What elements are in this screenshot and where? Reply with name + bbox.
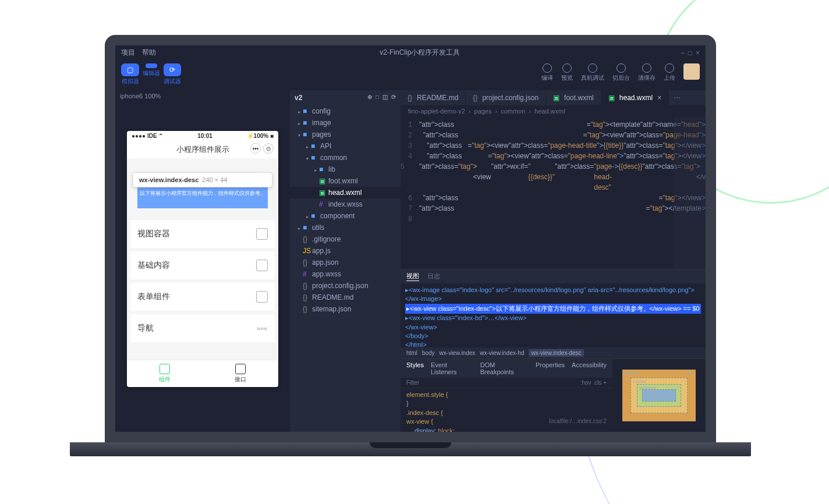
tree-node[interactable]: ▾■pages <box>290 129 401 140</box>
minimap[interactable] <box>674 117 706 269</box>
tree-node[interactable]: ▸■image <box>290 117 401 129</box>
css-rule[interactable]: wx-view {localfile:/…index.css:2display:… <box>406 417 607 432</box>
css-rule[interactable]: element.style {} <box>406 391 607 409</box>
box-model: margin10 border- padding- 240 × 44 <box>612 359 706 432</box>
tree-node[interactable]: {}.gitignore <box>290 233 401 245</box>
tree-node[interactable]: {}app.json <box>290 257 401 268</box>
element-node[interactable]: ▸<wx-image class="index-logo" src="../re… <box>405 286 701 304</box>
devtools-tab[interactable]: 日志 <box>427 272 440 281</box>
element-node[interactable]: ▸<wx-view class="index-bd">…</wx-view> <box>405 314 701 322</box>
styles-filter-input[interactable]: Filter <box>406 379 419 386</box>
capsule-more-icon[interactable]: ••• <box>250 143 261 154</box>
menu-item[interactable]: 项目 <box>121 48 135 56</box>
breadcrumb[interactable]: fino-applet-demo-v2›pages›common›head.wx… <box>401 105 706 117</box>
elements-breadcrumb[interactable]: htmlbodywx-view.indexwx-view.index-hdwx-… <box>401 347 706 359</box>
css-rule[interactable]: .index-desc {</span></div><div class="pr… <box>406 409 607 417</box>
element-crumb[interactable]: body <box>422 350 435 356</box>
tree-node[interactable]: ▣head.wxml <box>290 187 401 198</box>
mode-pill[interactable]: 编辑器 <box>143 63 160 86</box>
breadcrumb-item[interactable]: pages <box>474 108 492 115</box>
elements-tree[interactable]: ▸<wx-image class="index-logo" src="../re… <box>401 283 706 347</box>
menubar: 项目帮助 v2-FinClip小程序开发工具 −□× <box>115 45 706 60</box>
tree-node[interactable]: {}sitemap.json <box>290 303 401 315</box>
tree-node[interactable]: JSapp.js <box>290 245 401 257</box>
toolbar-action[interactable]: 真机调试 <box>581 63 604 82</box>
styles-tab[interactable]: DOM Breakpoints <box>480 361 529 375</box>
ide-window: 项目帮助 v2-FinClip小程序开发工具 −□× ▢模拟器编辑器⟳调试器 编… <box>115 45 706 432</box>
list-item[interactable]: 表单组件 <box>130 283 275 311</box>
file-explorer[interactable]: v2 ⊕□◫⟳ ▸■config▸■image▾■pages▸■API▾■com… <box>290 90 401 432</box>
tree-node[interactable]: ▣foot.wxml <box>290 175 401 187</box>
styles-tabs[interactable]: StylesEvent ListenersDOM BreakpointsProp… <box>401 359 612 378</box>
inspector-highlight: 以下将展示小程序官方组件能力，组件样式仅供参考。 <box>137 187 268 208</box>
tree-header-actions[interactable]: ⊕□◫⟳ <box>367 94 396 102</box>
tree-node[interactable]: {}project.config.json <box>290 280 401 292</box>
styles-tab[interactable]: Styles <box>406 361 424 375</box>
devtools-tab[interactable]: 视图 <box>406 272 419 281</box>
menu-item[interactable]: 帮助 <box>142 48 156 56</box>
element-crumb[interactable]: wx-view.index-desc <box>529 349 583 357</box>
editor-tab[interactable]: ▣foot.wxml <box>546 90 601 105</box>
window-title: v2-FinClip小程序开发工具 <box>380 48 460 58</box>
tabbar-item[interactable]: 组件 <box>127 360 203 387</box>
tree-node[interactable]: #app.wxss <box>290 268 401 280</box>
tree-node[interactable]: #index.wxss <box>290 198 401 210</box>
capsule-close-icon[interactable]: ⊙ <box>263 143 274 154</box>
status-time: 10:01 <box>197 133 212 139</box>
tree-node[interactable]: ▸■config <box>290 105 401 117</box>
inspector-tooltip: wx-view.index-desc240 × 44 <box>133 172 272 187</box>
editor-tab[interactable]: {}project.config.json <box>466 90 546 105</box>
styles-tab[interactable]: Properties <box>536 361 565 375</box>
editor-tabs[interactable]: {}README.md{}project.config.json▣foot.wx… <box>401 90 706 105</box>
breadcrumb-item[interactable]: fino-applet-demo-v2 <box>408 108 465 115</box>
status-signal: ●●●● IDE ⌃ <box>132 133 163 139</box>
laptop-mockup: 项目帮助 v2-FinClip小程序开发工具 −□× ▢模拟器编辑器⟳调试器 编… <box>105 35 716 456</box>
code-editor[interactable]: 1"attr">class="tag"><template "attr">nam… <box>401 117 706 269</box>
devtools-panel: 视图日志 ▸<wx-image class="index-logo" src="… <box>401 269 706 432</box>
breadcrumb-item[interactable]: head.wxml <box>534 108 565 115</box>
tabs-overflow-icon[interactable]: ⋯ <box>669 90 685 105</box>
status-battery: ⚡100% ■ <box>247 133 274 139</box>
close-icon: × <box>657 94 661 102</box>
tree-root-label: v2 <box>295 94 302 102</box>
styles-rules[interactable]: element.style {}.index-desc {</span></di… <box>401 388 612 432</box>
styles-tab[interactable]: Event Listeners <box>431 361 473 375</box>
element-node-selected[interactable]: ▸<wx-view class="index-desc">以下将展示小程序官方组… <box>405 304 701 314</box>
simulator-device-label: iphone6 100% <box>115 90 290 102</box>
phone-frame: ●●●● IDE ⌃ 10:01 ⚡100% ■ 小程序组件展示 ••• ⊙ <box>127 131 278 387</box>
editor-panel: {}README.md{}project.config.json▣foot.wx… <box>401 90 706 432</box>
element-crumb[interactable]: wx-view.index-hd <box>480 350 524 356</box>
mode-pill[interactable]: ⟳调试器 <box>164 63 181 86</box>
element-crumb[interactable]: html <box>406 350 417 356</box>
element-node: </html> <box>405 340 701 347</box>
styles-tab[interactable]: Accessibility <box>572 361 607 375</box>
breadcrumb-item[interactable]: common <box>501 108 525 115</box>
styles-toggle-group[interactable]: :hov .cls + <box>580 379 607 386</box>
tree-node[interactable]: ▸■API <box>290 140 401 152</box>
list-item[interactable]: 基础内容 <box>130 251 275 279</box>
tabbar-item[interactable]: 接口 <box>203 360 278 387</box>
tree-node[interactable]: ▸■utils <box>290 222 401 233</box>
devtools-top-tabs[interactable]: 视图日志 <box>401 269 706 283</box>
toolbar: ▢模拟器编辑器⟳调试器 编译预览真机调试切后台清缓存上传 <box>115 60 706 90</box>
toolbar-action[interactable]: 预览 <box>561 63 573 82</box>
list-item[interactable]: 导航○○○ <box>130 314 275 342</box>
tree-node[interactable]: ▸■component <box>290 210 401 222</box>
editor-tab[interactable]: {}README.md <box>401 90 466 105</box>
tree-node[interactable]: {}README.md <box>290 292 401 303</box>
toolbar-action[interactable]: 清缓存 <box>638 63 656 82</box>
toolbar-action[interactable]: 切后台 <box>612 63 630 82</box>
toolbar-action[interactable]: 上传 <box>664 63 675 82</box>
list-item[interactable]: 视图容器 <box>130 220 275 248</box>
toolbar-action[interactable]: 编译 <box>541 63 553 82</box>
phone-page-title: 小程序组件展示 <box>176 145 229 154</box>
tree-node[interactable]: ▾■common <box>290 152 401 164</box>
tree-node[interactable]: ▸■lib <box>290 164 401 175</box>
mode-pill[interactable]: ▢模拟器 <box>121 63 139 86</box>
simulator-panel: iphone6 100% ●●●● IDE ⌃ 10:01 ⚡100% ■ 小程… <box>115 90 290 432</box>
element-crumb[interactable]: wx-view.index <box>440 350 476 356</box>
element-node: </body> <box>405 332 701 340</box>
avatar[interactable] <box>683 63 700 80</box>
editor-tab[interactable]: ▣head.wxml× <box>601 90 669 105</box>
window-controls[interactable]: −□× <box>677 49 700 57</box>
